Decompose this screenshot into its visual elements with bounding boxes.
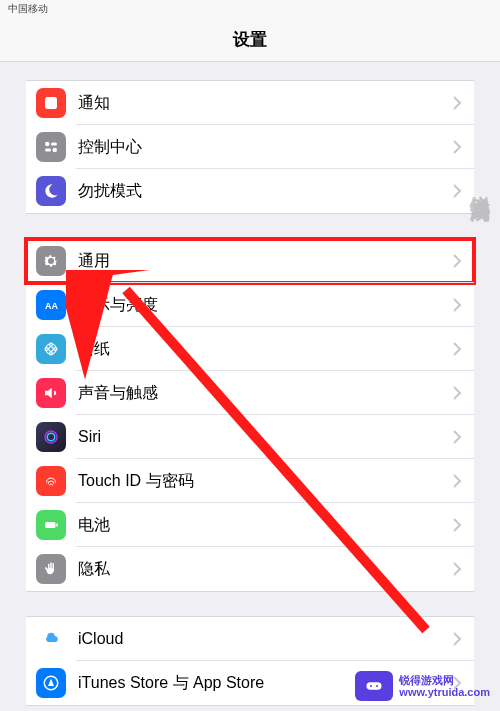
row-label: 勿扰模式 [78,181,453,202]
svg-point-6 [46,344,57,355]
fingerprint-icon [36,466,66,496]
row-label: 控制中心 [78,137,453,158]
svg-point-1 [45,142,50,147]
row-siri[interactable]: Siri [26,415,474,459]
row-battery[interactable]: 电池 [26,503,474,547]
chevron-right-icon [453,474,462,488]
row-label: Touch ID 与密码 [78,471,453,492]
svg-point-19 [370,685,372,687]
row-sounds[interactable]: 声音与触感 [26,371,474,415]
row-privacy[interactable]: 隐私 [26,547,474,591]
hand-icon [36,554,66,584]
row-display[interactable]: AA 显示与亮度 [26,283,474,327]
navbar: 设置 [0,18,500,62]
svg-rect-3 [45,149,51,152]
svg-point-11 [45,348,48,351]
svg-rect-2 [51,143,57,146]
appstore-icon [36,668,66,698]
svg-point-4 [53,148,58,153]
chevron-right-icon [453,386,462,400]
chevron-right-icon [453,140,462,154]
row-label: 声音与触感 [78,383,453,404]
display-icon: AA [36,290,66,320]
svg-rect-14 [45,522,56,528]
row-label: 通知 [78,93,453,114]
gear-icon [36,246,66,276]
svg-rect-18 [367,682,382,690]
row-label: iCloud [78,630,453,648]
settings-group: 通知 控制中心 勿扰模式 [26,80,474,214]
wallpaper-icon [36,334,66,364]
svg-point-10 [50,352,53,355]
footer-branding: 锐得游戏网 www.ytruida.com [355,671,490,701]
chevron-right-icon [453,342,462,356]
chevron-right-icon [453,562,462,576]
svg-point-7 [49,347,54,352]
svg-rect-0 [45,97,57,109]
row-icloud[interactable]: iCloud [26,617,474,661]
chevron-right-icon [453,254,462,268]
chevron-right-icon [453,430,462,444]
row-label: 墙纸 [78,339,453,360]
watermark: 锐得游戏网 [467,180,494,190]
footer-url: www.ytruida.com [399,686,490,698]
carrier-label: 中国移动 [8,2,48,16]
row-touchid[interactable]: Touch ID 与密码 [26,459,474,503]
svg-point-13 [47,433,55,441]
chevron-right-icon [453,518,462,532]
cloud-icon [36,624,66,654]
moon-icon [36,176,66,206]
page-title: 设置 [233,28,267,51]
battery-icon [36,510,66,540]
footer-brand: 锐得游戏网 [399,674,490,686]
svg-point-9 [54,348,57,351]
row-label: 通用 [78,251,453,272]
chevron-right-icon [453,96,462,110]
settings-list: 通知 控制中心 勿扰模式 通用 AA [0,80,500,706]
settings-group: 通用 AA 显示与亮度 墙纸 声音与触感 [26,238,474,592]
row-control-center[interactable]: 控制中心 [26,125,474,169]
row-label: 电池 [78,515,453,536]
row-label: Siri [78,428,453,446]
gamepad-icon [355,671,393,701]
siri-icon [36,422,66,452]
svg-point-8 [50,343,53,346]
row-label: 隐私 [78,559,453,580]
chevron-right-icon [453,632,462,646]
chevron-right-icon [453,184,462,198]
notifications-icon [36,88,66,118]
status-bar: 中国移动 [0,0,500,18]
svg-point-20 [376,685,378,687]
row-label: 显示与亮度 [78,295,453,316]
control-center-icon [36,132,66,162]
chevron-right-icon [453,298,462,312]
row-general[interactable]: 通用 [26,239,474,283]
row-wallpaper[interactable]: 墙纸 [26,327,474,371]
svg-text:AA: AA [45,301,58,311]
row-notifications[interactable]: 通知 [26,81,474,125]
speaker-icon [36,378,66,408]
svg-rect-15 [56,524,58,527]
row-dnd[interactable]: 勿扰模式 [26,169,474,213]
